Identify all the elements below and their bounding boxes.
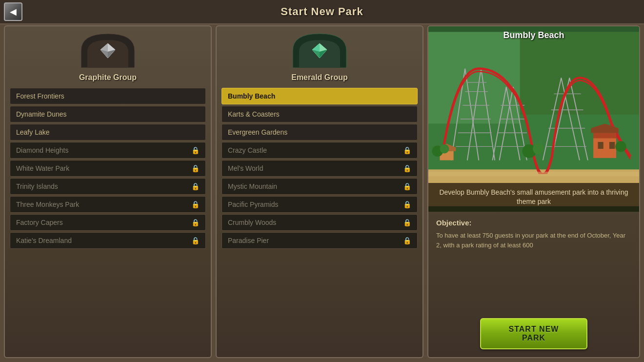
group-panels: Graphite Group Forest Frontiers Dynamite… — [4, 25, 423, 358]
park-item-katies-dreamland[interactable]: Katie's Dreamland 🔒 — [10, 232, 206, 249]
svg-rect-13 — [520, 32, 639, 115]
svg-point-38 — [533, 143, 544, 155]
park-item-diamond-heights[interactable]: Diamond Heights 🔒 — [10, 142, 206, 159]
park-preview-title: Bumbly Beach — [428, 30, 639, 40]
start-new-park-button[interactable]: START NEW PARK — [480, 318, 587, 349]
svg-point-36 — [440, 144, 449, 154]
main-content: Graphite Group Forest Frontiers Dynamite… — [4, 25, 640, 358]
title-bar: ◀ Start New Park — [0, 0, 644, 24]
graphite-group-name: Graphite Group — [79, 73, 137, 82]
objective-title: Objective: — [436, 219, 631, 227]
emerald-group-icon — [290, 31, 349, 70]
lock-icon-katies-dreamland: 🔒 — [191, 237, 200, 244]
graphite-group-panel: Graphite Group Forest Frontiers Dynamite… — [4, 25, 212, 358]
park-item-mels-world[interactable]: Mel's World 🔒 — [221, 160, 418, 177]
graphite-park-list: Forest Frontiers Dynamite Dunes Leafy La… — [10, 88, 206, 249]
park-item-bumbly-beach[interactable]: Bumbly Beach — [221, 88, 418, 104]
page-title: Start New Park — [281, 5, 363, 18]
emerald-group-name: Emerald Group — [291, 73, 348, 82]
park-item-three-monkeys-park[interactable]: Three Monkeys Park 🔒 — [10, 196, 206, 213]
lock-icon-trinity-islands: 🔒 — [191, 182, 200, 190]
park-preview: Bumbly Beach Develop Bumbly Beach's smal… — [428, 26, 639, 212]
park-item-factory-capers[interactable]: Factory Capers 🔒 — [10, 214, 206, 231]
lock-icon-factory-capers: 🔒 — [191, 219, 200, 226]
park-item-crazy-castle[interactable]: Crazy Castle 🔒 — [221, 142, 418, 159]
park-item-mystic-mountain[interactable]: Mystic Mountain 🔒 — [221, 178, 418, 195]
lock-icon-diamond-heights: 🔒 — [191, 146, 200, 154]
park-item-leafy-lake[interactable]: Leafy Lake — [10, 124, 206, 141]
lock-icon-white-water-park: 🔒 — [191, 164, 200, 172]
emerald-park-list: Bumbly Beach Karts & Coasters Evergreen … — [221, 88, 418, 249]
lock-icon-mystic-mountain: 🔒 — [403, 182, 411, 190]
park-preview-description: Develop Bumbly Beach's small amusement p… — [428, 183, 639, 212]
svg-rect-30 — [598, 142, 603, 149]
lock-icon-crazy-castle: 🔒 — [403, 146, 411, 154]
emerald-group-header: Emerald Group — [221, 31, 418, 82]
objective-text: To have at least 750 guests in your park… — [436, 231, 631, 250]
park-item-forest-frontiers[interactable]: Forest Frontiers — [10, 88, 206, 104]
graphite-group-header: Graphite Group — [10, 31, 206, 82]
lock-icon-mels-world: 🔒 — [403, 164, 411, 172]
right-panel: Bumbly Beach Develop Bumbly Beach's smal… — [427, 25, 640, 358]
back-button[interactable]: ◀ — [4, 2, 22, 21]
svg-rect-12 — [428, 32, 520, 124]
park-item-crumbly-woods[interactable]: Crumbly Woods 🔒 — [221, 214, 418, 231]
svg-rect-31 — [609, 142, 615, 149]
lock-icon-three-monkeys-park: 🔒 — [191, 201, 200, 208]
graphite-group-icon — [79, 31, 137, 70]
park-item-pacific-pyramids[interactable]: Pacific Pyramids 🔒 — [221, 196, 418, 213]
objective-area: Objective: To have at least 750 guests i… — [428, 212, 639, 312]
lock-icon-crumbly-woods: 🔒 — [403, 219, 411, 226]
park-item-paradise-pier[interactable]: Paradise Pier 🔒 — [221, 232, 418, 249]
svg-point-39 — [615, 141, 626, 152]
park-item-white-water-park[interactable]: White Water Park 🔒 — [10, 160, 206, 177]
svg-rect-41 — [428, 172, 639, 176]
lock-icon-paradise-pier: 🔒 — [403, 237, 411, 244]
park-item-trinity-islands[interactable]: Trinity Islands 🔒 — [10, 178, 206, 195]
svg-rect-29 — [593, 133, 616, 138]
park-item-evergreen-gardens[interactable]: Evergreen Gardens — [221, 124, 418, 141]
start-button-container: START NEW PARK — [428, 312, 639, 357]
emerald-group-panel: Emerald Group Bumbly Beach Karts & Coast… — [216, 25, 423, 358]
park-item-dynamite-dunes[interactable]: Dynamite Dunes — [10, 106, 206, 122]
park-item-karts-coasters[interactable]: Karts & Coasters — [221, 106, 418, 122]
lock-icon-pacific-pyramids: 🔒 — [403, 201, 411, 208]
